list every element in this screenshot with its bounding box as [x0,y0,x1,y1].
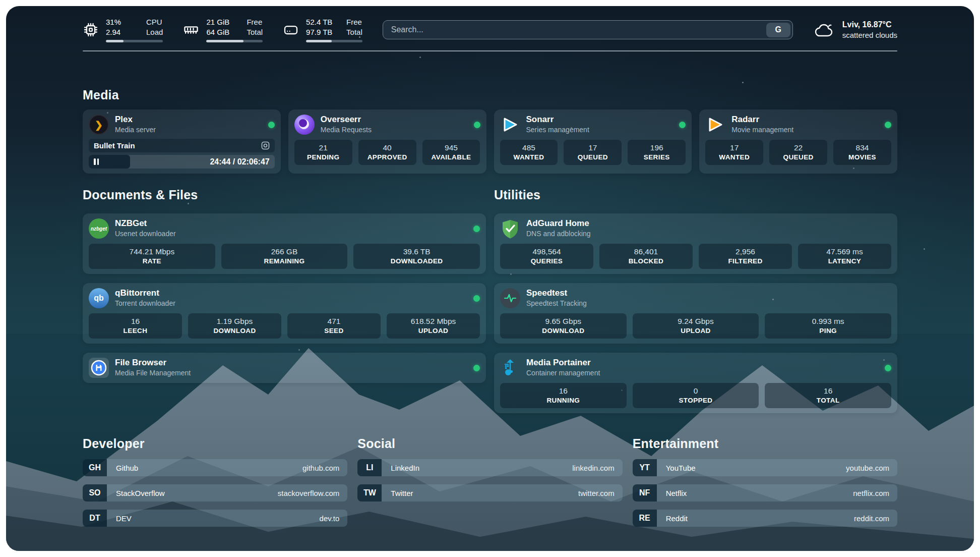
plex-icon: ❯ [89,115,109,135]
link-reddit[interactable]: RE Redditreddit.com [633,510,897,527]
stat-box: 9.24 GbpsUPLOAD [633,313,759,339]
link-github[interactable]: GH Githubgithub.com [83,459,347,476]
card-adguard[interactable]: AdGuard Home DNS and adblocking 498,564Q… [494,213,897,274]
card-subtitle: Movie management [731,125,879,135]
weather-condition: scattered clouds [842,30,897,40]
stat-box: 39.6 TBDOWNLOADED [353,244,480,269]
card-qbittorrent[interactable]: qb qBittorrent Torrent downloader 16LEEC… [83,283,486,344]
overseerr-icon [294,115,315,135]
stat-box: 498,564QUERIES [500,244,593,269]
card-title: Plex [115,115,262,125]
section-heading-developer: Developer [83,436,347,451]
status-dot [885,365,891,371]
section-heading-entertainment: Entertainment [633,436,897,451]
playback-played-segment [89,155,130,169]
card-plex[interactable]: ❯ Plex Media server Bullet Train [83,109,281,174]
playback-time: 24:44 / 02:06:47 [210,157,269,166]
card-filebrowser[interactable]: File Browser Media File Management [83,353,486,383]
disk-total-value: 97.9 TB [306,27,334,37]
link-url: reddit.com [854,514,889,523]
stat-box: 945AVAILABLE [422,140,480,165]
disk-stat: 52.4 TB 97.9 TB Free Total [283,17,362,42]
card-radarr[interactable]: Radarr Movie management 17WANTED 22QUEUE… [699,109,897,174]
card-title: Radarr [731,115,879,125]
card-title: qBittorrent [115,288,467,298]
card-speedtest[interactable]: Speedtest Speedtest Tracking 9.65 GbpsDO… [494,283,897,344]
link-netflix[interactable]: NF Netflixnetflix.com [633,484,897,502]
disk-progress-bar [306,40,362,42]
sonarr-icon [500,115,520,135]
card-title: Sonarr [526,115,673,125]
stat-box: 47.569 msLATENCY [798,244,891,269]
cpu-label: CPU [146,17,163,27]
link-abbr: LI [357,459,382,476]
status-dot [268,122,275,128]
stat-box: 485WANTED [500,140,558,165]
links-social: Social LI LinkedInlinkedin.com TW Twitte… [357,436,622,527]
section-heading-media: Media [83,88,897,102]
link-twitter[interactable]: TW Twittertwitter.com [357,484,622,502]
link-stackoverflow[interactable]: SO StackOverflowstackoverflow.com [83,484,347,502]
link-name: DEV [116,514,132,523]
card-subtitle: Series management [526,125,673,135]
section-heading-documents: Documents & Files [83,188,486,202]
stat-box: 744.21 MbpsRATE [89,244,215,269]
stat-box: 9.65 GbpsDOWNLOAD [500,313,627,339]
link-youtube[interactable]: YT YouTubeyoutube.com [633,459,897,476]
link-name: YouTube [666,464,696,472]
card-portainer[interactable]: Media Portainer Container management 16R… [494,353,897,413]
link-url: dev.to [320,514,340,523]
link-abbr: RE [633,510,657,527]
section-heading-social: Social [357,436,622,451]
search-engine-button[interactable]: G [766,23,790,37]
stat-box: 0STOPPED [633,383,759,408]
documents-column: Documents & Files nzbget NZBGet Usenet d… [83,188,486,413]
stat-box: 471SEED [287,313,381,339]
link-dev[interactable]: DT DEVdev.to [83,510,347,527]
search-input[interactable] [383,25,766,34]
record-icon[interactable] [261,141,270,150]
link-url: github.com [302,464,339,472]
link-name: LinkedIn [391,464,419,472]
dashboard-window: 31% 2.94 CPU Load [6,6,974,551]
stat-box: 17WANTED [705,140,763,165]
stat-box: 40APPROVED [358,140,416,165]
stat-box: 618.52 MbpsUPLOAD [387,313,480,339]
stat-box: 196SERIES [628,140,686,165]
search-bar[interactable]: G [383,20,793,39]
card-title: NZBGet [115,218,467,229]
stat-box: 0.993 msPING [765,313,891,339]
cloud-icon [813,21,835,39]
card-sonarr[interactable]: Sonarr Series management 485WANTED 17QUE… [494,109,692,174]
top-bar: 31% 2.94 CPU Load [83,6,897,42]
link-url: stackoverflow.com [278,489,340,497]
card-subtitle: Media File Management [115,368,467,378]
card-nzbget[interactable]: nzbget NZBGet Usenet downloader 744.21 M… [83,213,486,274]
pause-icon[interactable] [94,158,99,165]
disk-total-label: Total [346,27,362,37]
weather-widget: Lviv, 16.87°C scattered clouds [813,19,897,40]
now-playing-row: Bullet Train [89,139,275,152]
portainer-icon [500,358,520,378]
stat-box: 266 GBREMAINING [221,244,348,269]
card-subtitle: Usenet downloader [115,229,467,239]
status-dot [679,122,686,128]
stat-box: 16RUNNING [500,383,627,408]
qbittorrent-icon: qb [89,288,109,308]
media-card-grid: ❯ Plex Media server Bullet Train [83,109,897,174]
utilities-column: Utilities [494,188,897,413]
stat-box: 834MOVIES [833,140,891,165]
link-name: Github [116,464,138,472]
link-linkedin[interactable]: LI LinkedInlinkedin.com [357,459,622,476]
ram-icon [183,22,199,38]
card-subtitle: Torrent downloader [115,298,467,308]
disk-icon [283,22,299,38]
card-subtitle: Media Requests [321,125,468,135]
nzbget-icon: nzbget [89,218,109,239]
playback-progress-bar[interactable]: 24:44 / 02:06:47 [89,155,275,169]
link-abbr: DT [83,510,107,527]
link-name: Netflix [666,489,687,497]
link-abbr: SO [83,484,107,502]
adguard-icon [500,218,520,239]
card-overseerr[interactable]: Overseerr Media Requests 21PENDING 40APP… [288,109,486,174]
